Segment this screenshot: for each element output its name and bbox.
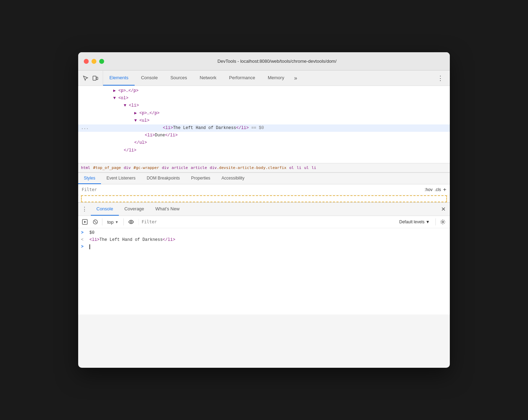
elements-panel[interactable]: ▶ <p>…</p> ▼ <ol> ▼ <li> ▶ <p>…</p> ▼ <u… xyxy=(78,86,450,163)
svg-point-6 xyxy=(130,221,132,223)
console-settings-button[interactable] xyxy=(439,218,447,226)
console-input-line[interactable]: > xyxy=(78,244,450,251)
tab-performance[interactable]: Performance xyxy=(223,70,261,86)
breadcrumb-ol[interactable]: ol xyxy=(289,165,294,170)
console-close-button[interactable]: ✕ xyxy=(437,206,450,212)
breadcrumb-html[interactable]: html xyxy=(81,165,90,170)
dom-line[interactable]: </ul> xyxy=(78,139,450,147)
styles-panel: Styles Event Listeners DOM Breakpoints P… xyxy=(78,172,450,202)
cls-button[interactable]: .cls xyxy=(435,187,441,192)
main-tabbar: Elements Console Sources Network Perform… xyxy=(78,70,450,86)
eye-button[interactable] xyxy=(127,217,136,226)
breadcrumb-bar: html #top_of_page div #gc-wrapper div ar… xyxy=(78,163,450,172)
breadcrumb-div1[interactable]: div xyxy=(124,165,131,170)
console-content[interactable]: > $0 < <li>The Left Hand of Darkness</li… xyxy=(78,228,450,314)
breadcrumb-div2[interactable]: div xyxy=(162,165,169,170)
styles-filter-bar: :hov .cls + xyxy=(78,184,450,195)
dom-line[interactable]: ▼ <ol> xyxy=(78,95,450,102)
dom-line[interactable]: <li>Dune</li> xyxy=(78,132,450,139)
styles-tab-dom-breakpoints[interactable]: DOM Breakpoints xyxy=(141,173,185,184)
tabbar-icon-group xyxy=(78,70,103,86)
svg-point-7 xyxy=(442,221,444,223)
tabbar-right: ⋮ xyxy=(434,70,450,86)
kebab-menu-icon[interactable]: ⋮ xyxy=(434,73,446,83)
dom-line[interactable]: ▶ <p>…</p> xyxy=(78,110,450,117)
styles-tab-styles[interactable]: Styles xyxy=(78,173,101,184)
console-tab-console[interactable]: Console xyxy=(91,203,119,216)
hov-button[interactable]: :hov xyxy=(425,187,433,192)
console-toolbar: top ▼ Default levels ▼ xyxy=(78,216,450,228)
clear-button[interactable] xyxy=(92,218,99,226)
breadcrumb-article1[interactable]: article xyxy=(172,165,188,170)
separator xyxy=(435,218,436,225)
console-area: ⋮ Console Coverage What's New ✕ xyxy=(78,202,450,314)
separator xyxy=(123,218,124,225)
console-output-value: <li>The Left Hand of Darkness</li> xyxy=(89,237,175,242)
inspect-icon[interactable] xyxy=(82,74,89,82)
console-tabbar: ⋮ Console Coverage What's New ✕ xyxy=(78,203,450,216)
dashed-style-box xyxy=(81,195,447,202)
breadcrumb-top-of-page[interactable]: #top_of_page xyxy=(93,165,121,170)
svg-rect-1 xyxy=(96,77,98,80)
dom-line[interactable]: ▼ <li> xyxy=(78,102,450,109)
window-title: DevTools - localhost:8080/web/tools/chro… xyxy=(110,59,444,64)
close-button[interactable] xyxy=(84,59,89,64)
console-filter-input[interactable] xyxy=(138,219,394,225)
styles-tab-event-listeners[interactable]: Event Listeners xyxy=(101,173,141,184)
more-tabs-button[interactable]: » xyxy=(291,70,301,86)
devtools-window: DevTools - localhost:8080/web/tools/chro… xyxy=(78,52,450,368)
styles-filter-input[interactable] xyxy=(82,187,422,192)
tab-elements[interactable]: Elements xyxy=(103,70,135,86)
console-prompt: > xyxy=(81,230,87,235)
console-line[interactable]: > $0 xyxy=(78,230,450,237)
device-toggle-icon[interactable] xyxy=(92,74,99,82)
titlebar: DevTools - localhost:8080/web/tools/chro… xyxy=(78,52,450,70)
breadcrumb-div-clearfix[interactable]: div.devsite-article-body.clearfix xyxy=(210,165,286,170)
tab-memory[interactable]: Memory xyxy=(262,70,291,86)
dom-line[interactable]: </li> xyxy=(78,147,450,154)
styles-tab-accessibility[interactable]: Accessibility xyxy=(216,173,250,184)
dom-line-selected[interactable]: ... <li>The Left Hand of Darkness</li> =… xyxy=(78,124,450,132)
cursor xyxy=(89,244,90,249)
dom-line[interactable]: ▼ <ul> xyxy=(78,117,450,124)
breadcrumb-li1[interactable]: li xyxy=(297,165,301,170)
console-more-icon[interactable]: ⋮ xyxy=(78,206,91,212)
svg-marker-3 xyxy=(84,221,86,223)
svg-line-5 xyxy=(94,221,96,223)
svg-rect-0 xyxy=(93,76,96,80)
breadcrumb-ul[interactable]: ul xyxy=(304,165,309,170)
console-value: $0 xyxy=(89,230,94,235)
breadcrumb-article2[interactable]: article xyxy=(191,165,207,170)
hov-cls-controls: :hov .cls + xyxy=(425,187,446,193)
styles-tab-properties[interactable]: Properties xyxy=(185,173,216,184)
dom-line[interactable]: ▶ <p>…</p> xyxy=(78,87,450,95)
context-selector[interactable]: top ▼ xyxy=(105,219,121,225)
traffic-lights xyxy=(84,59,104,64)
console-tab-whats-new[interactable]: What's New xyxy=(150,203,185,216)
log-levels-dropdown[interactable]: Default levels ▼ xyxy=(397,219,433,224)
add-style-button[interactable]: + xyxy=(443,187,446,193)
console-tab-coverage[interactable]: Coverage xyxy=(119,203,150,216)
tab-network[interactable]: Network xyxy=(194,70,223,86)
breadcrumb-li2[interactable]: li xyxy=(312,165,316,170)
dropdown-arrow: ▼ xyxy=(115,220,119,224)
console-input-prompt: > xyxy=(81,244,87,249)
breadcrumb-gc-wrapper[interactable]: #gc-wrapper xyxy=(134,165,159,170)
console-result-prompt: < xyxy=(81,237,87,242)
styles-tabbar: Styles Event Listeners DOM Breakpoints P… xyxy=(78,173,450,184)
console-line[interactable]: < <li>The Left Hand of Darkness</li> xyxy=(78,237,450,244)
separator xyxy=(102,218,102,225)
minimize-button[interactable] xyxy=(92,59,96,64)
maximize-button[interactable] xyxy=(99,59,104,64)
tab-sources[interactable]: Sources xyxy=(164,70,194,86)
tab-console[interactable]: Console xyxy=(135,70,164,86)
execute-button[interactable] xyxy=(81,218,89,226)
